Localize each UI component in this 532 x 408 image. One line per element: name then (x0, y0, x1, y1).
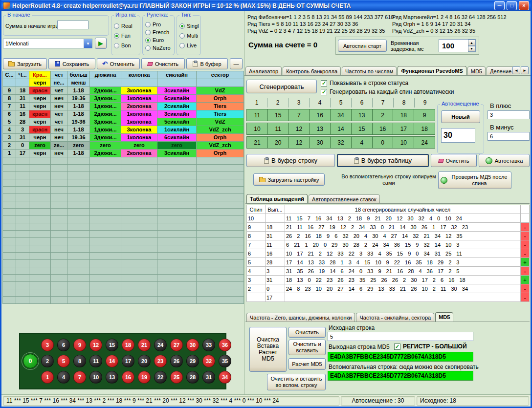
delay-spinner[interactable]: 100 ▲ ▼ (439, 39, 476, 52)
roulette-number[interactable]: 2 (41, 355, 54, 367)
clear-button[interactable]: Очистить (141, 58, 185, 69)
close-button[interactable]: × (519, 1, 529, 10)
collapse-button[interactable]: — (230, 58, 243, 69)
tab-spin-results[interactable]: Таблица выпадений (246, 194, 308, 204)
tab-psevdoms[interactable]: Функционал PsevdoMS (398, 66, 466, 76)
roulette-number[interactable]: 36 (219, 339, 231, 351)
checkbox-register-upper[interactable]: ✓ РЕГИСТР - БОЛЬШОЙ (394, 343, 467, 350)
roulette-number[interactable]: 3 (41, 339, 54, 351)
roulette-number[interactable]: 31 (202, 371, 215, 384)
roulette-number[interactable]: 16 (122, 371, 134, 384)
minimize-button[interactable]: ─ (494, 1, 505, 10)
roulette-number[interactable]: 13 (106, 371, 118, 384)
tab-scroll-right-button[interactable]: ► (521, 66, 529, 74)
tab-auto-bets[interactable]: Автопроставление ставок (309, 194, 379, 204)
roulette-number[interactable]: 33 (202, 339, 215, 351)
radio-fan[interactable]: Fan (114, 32, 131, 39)
roulette-number[interactable]: 24 (154, 339, 167, 351)
roulette-zero[interactable]: 0 (23, 354, 38, 368)
tab-analyzer[interactable]: Анализатор (245, 66, 282, 76)
roulette-number[interactable]: 14 (106, 355, 118, 367)
save-button[interactable]: Сохранить (48, 58, 95, 69)
tab-scroll-left-button[interactable]: ◄ (512, 66, 520, 74)
tab-division[interactable]: Деление ко... (487, 66, 513, 76)
history-cell: 2 (3, 142, 16, 150)
roulette-number[interactable]: 30 (186, 339, 199, 351)
tab-freq-chances[interactable]: Частота - Zero, шансы, дюжины, колонки (246, 313, 355, 322)
tab-bankroll-control[interactable]: Контроль банкролла (283, 66, 341, 76)
roulette-number[interactable]: 4 (57, 371, 70, 384)
roulette-number[interactable]: 9 (73, 339, 86, 351)
combobox-arrow-icon[interactable]: ▼ (84, 39, 92, 48)
start-sum-input[interactable] (57, 21, 89, 29)
load-settings-button[interactable]: Загрузить настройку (253, 173, 325, 186)
tab-md5-top[interactable]: MD5 (467, 66, 486, 76)
radio-french[interactable]: French (145, 29, 169, 36)
md5-clear-button[interactable]: Очистить (288, 327, 326, 338)
roulette-number[interactable]: 7 (73, 371, 86, 384)
roulette-number[interactable]: 28 (186, 371, 199, 384)
roulette-number[interactable]: 15 (106, 339, 118, 351)
md5-combo-action-button[interactable]: Очистка Вставка Расчет MD5 (249, 327, 287, 372)
radio-multi[interactable]: Multi (179, 32, 198, 39)
roulette-number[interactable]: 8 (73, 355, 86, 367)
spinner-down-button[interactable]: ▼ (468, 46, 475, 52)
roulette-number[interactable]: 25 (170, 371, 183, 384)
roulette-number[interactable]: 18 (122, 339, 134, 351)
roulette-number[interactable]: 5 (57, 355, 70, 367)
buffer-table-button[interactable]: В буфер таблицу (337, 154, 429, 167)
roulette-number[interactable]: 34 (219, 371, 231, 384)
generate-button[interactable]: Сгенерировать (246, 80, 317, 93)
tab-freq-sixlines[interactable]: Частота - сиклайны, сектора (356, 313, 434, 322)
minus-input[interactable]: 6 (488, 132, 530, 141)
md5-source-input[interactable]: 5 (328, 332, 473, 341)
roulette-number[interactable]: 19 (138, 371, 151, 384)
roulette-number[interactable]: 27 (170, 339, 183, 351)
md5-calc-button[interactable]: Расчет MD5 (288, 358, 326, 370)
roulette-number[interactable]: 26 (170, 355, 183, 367)
checkbox-show-in-status[interactable]: ✓ Показывать в строке статуса (321, 80, 408, 86)
maximize-button[interactable]: □ (507, 1, 517, 10)
roulette-number[interactable]: 32 (202, 355, 215, 367)
radio-live[interactable]: Live (179, 42, 197, 49)
roulette-number[interactable]: 21 (138, 339, 151, 351)
radio-bon[interactable]: Bon (114, 42, 131, 49)
checkbox-generate-each-spin[interactable]: ✓ Генерировать на каждый спин автоматиче… (321, 88, 454, 95)
autospin-start-button[interactable]: Автоспин старт (338, 40, 387, 52)
play-button[interactable]: ▶ (95, 38, 107, 49)
load-button[interactable]: Загрузить (3, 58, 47, 69)
roulette-number[interactable]: 1 (41, 371, 54, 384)
buffer-row-button[interactable]: В буфер строку (246, 154, 335, 167)
radio-euro[interactable]: Euro (145, 37, 164, 43)
roulette-number[interactable]: 35 (219, 355, 231, 367)
radio-pro[interactable]: Pro (145, 21, 161, 28)
check-md5-button[interactable]: Проверить МД5 после спина (438, 172, 511, 189)
radio-nazero[interactable]: NaZero (145, 44, 171, 51)
roulette-number[interactable]: 20 (138, 355, 151, 367)
new-button[interactable]: Новый (441, 110, 480, 123)
roulette-number[interactable]: 29 (186, 355, 199, 367)
tab-md5-tools[interactable]: MD5 (435, 312, 453, 322)
to-buffer-button[interactable]: В буфер (186, 58, 228, 69)
roulette-number[interactable]: 22 (154, 371, 167, 384)
spinner-up-button[interactable]: ▲ (468, 40, 475, 46)
plus-input[interactable]: 3 (488, 110, 530, 119)
radio-real[interactable]: Real (114, 22, 133, 29)
roulette-number[interactable]: 12 (89, 339, 102, 351)
tab-number-frequencies[interactable]: Частоты по числам (342, 66, 397, 76)
autobet-button[interactable]: Автоставка (479, 154, 530, 167)
roulette-number[interactable]: 17 (122, 355, 134, 367)
preset-combobox[interactable]: 1Melonati ▼ (3, 39, 92, 48)
undo-button[interactable]: ↶Отменить (97, 58, 140, 69)
md5-clear-paste-aux-button[interactable]: Очистить и вставить во вспом. строку (267, 374, 326, 390)
roulette-number[interactable]: 10 (89, 371, 102, 384)
roulette-number[interactable]: 11 (89, 355, 102, 367)
radio-singl[interactable]: Singl (179, 22, 199, 29)
autoshift-input[interactable]: 30 (441, 128, 475, 143)
roulette-number[interactable]: 6 (57, 339, 70, 351)
clear-grid-button[interactable]: Очистить (431, 154, 477, 167)
history-cell: 18 (16, 87, 29, 95)
roulette-number[interactable]: 23 (154, 355, 167, 367)
start-sum-label: Сумма в начале игры (5, 23, 59, 29)
md5-clear-paste-button[interactable]: Очистить и вставить (288, 340, 326, 355)
